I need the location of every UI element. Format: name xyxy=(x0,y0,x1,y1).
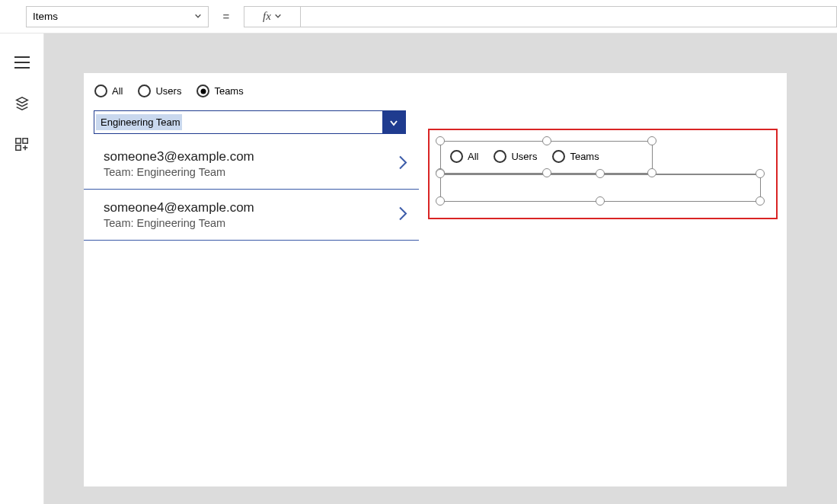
formula-bar: Items = fx xyxy=(0,0,837,33)
chevron-down-icon xyxy=(194,11,202,22)
property-selector-label: Items xyxy=(33,11,58,22)
filter-radio-group: All Users Teams xyxy=(94,85,244,97)
property-selector[interactable]: Items xyxy=(26,6,209,27)
components-icon[interactable] xyxy=(14,137,30,152)
svg-rect-2 xyxy=(15,145,20,150)
app-canvas[interactable]: All Users Teams Engineering Team xyxy=(84,73,787,486)
team-dropdown[interactable]: Engineering Team xyxy=(94,110,406,134)
svg-rect-0 xyxy=(15,139,20,143)
chevron-down-icon xyxy=(382,111,405,133)
fx-button[interactable]: fx xyxy=(244,6,300,27)
designer-radio-teams[interactable]: Teams xyxy=(552,150,599,163)
chevron-right-icon xyxy=(398,206,408,225)
result-team: Team: Engineering Team xyxy=(104,166,411,178)
resize-grip[interactable] xyxy=(436,136,445,145)
result-team: Team: Engineering Team xyxy=(104,217,411,229)
resize-grip[interactable] xyxy=(596,196,605,206)
resize-grip[interactable] xyxy=(756,196,765,206)
designer-radio-users[interactable]: Users xyxy=(494,150,537,163)
radio-icon xyxy=(138,85,151,97)
canvas-scroll-area[interactable]: All Users Teams Engineering Team xyxy=(44,33,837,504)
radio-label: Teams xyxy=(570,151,599,162)
filter-radio-users[interactable]: Users xyxy=(138,85,181,97)
radio-icon xyxy=(494,150,506,163)
team-dropdown-value: Engineering Team xyxy=(96,114,182,130)
resize-grip[interactable] xyxy=(436,196,445,206)
workspace: All Users Teams Engineering Team xyxy=(0,33,837,504)
radio-label: Users xyxy=(155,85,181,97)
resize-grip[interactable] xyxy=(542,168,551,177)
results-list: someone3@example.com Team: Engineering T… xyxy=(84,139,419,241)
result-item[interactable]: someone4@example.com Team: Engineering T… xyxy=(84,190,419,241)
resize-grip[interactable] xyxy=(542,136,551,145)
svg-rect-1 xyxy=(22,139,27,143)
radio-label: All xyxy=(112,85,123,97)
radio-icon xyxy=(196,85,209,97)
resize-grip[interactable] xyxy=(596,169,605,178)
designer-radio-all[interactable]: All xyxy=(450,150,478,163)
result-email: someone3@example.com xyxy=(104,149,411,164)
filter-radio-teams[interactable]: Teams xyxy=(196,85,243,97)
result-email: someone4@example.com xyxy=(104,200,411,215)
chevron-right-icon xyxy=(398,155,408,174)
radio-icon xyxy=(552,150,565,163)
screens-icon[interactable] xyxy=(14,96,30,111)
resize-grip[interactable] xyxy=(647,136,657,145)
radio-icon xyxy=(450,150,463,163)
menu-icon[interactable] xyxy=(14,55,30,70)
designer-radio-group[interactable]: All Users Teams xyxy=(450,150,599,163)
left-rail xyxy=(0,33,44,504)
resize-grip[interactable] xyxy=(436,169,445,178)
radio-icon xyxy=(94,85,107,97)
filter-radio-all[interactable]: All xyxy=(94,85,123,97)
chevron-down-icon xyxy=(274,11,282,22)
resize-grip[interactable] xyxy=(647,168,657,177)
formula-input[interactable] xyxy=(300,6,837,27)
fx-label: fx xyxy=(263,10,271,23)
radio-label: Users xyxy=(511,151,537,162)
equals-label: = xyxy=(209,10,244,23)
result-item[interactable]: someone3@example.com Team: Engineering T… xyxy=(84,139,419,190)
radio-label: All xyxy=(468,151,478,162)
radio-label: Teams xyxy=(214,85,243,97)
designer-selection-outline[interactable]: All Users Teams xyxy=(428,129,778,219)
resize-grip[interactable] xyxy=(756,169,765,178)
